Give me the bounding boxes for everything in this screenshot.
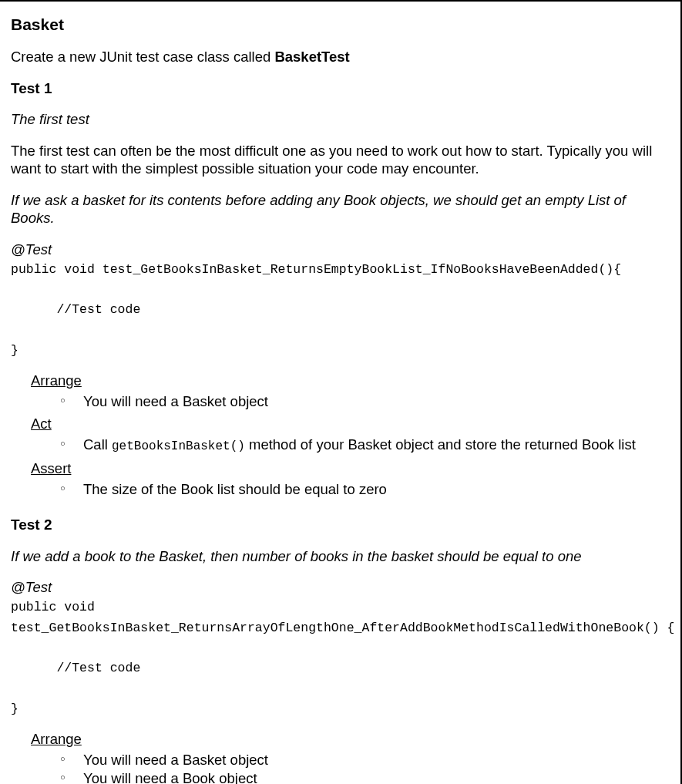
list-item: Call getBooksInBasket() method of your B… bbox=[60, 436, 671, 456]
test2-heading: Test 2 bbox=[11, 516, 671, 533]
test2-arrange-list: You will need a Basket object You will n… bbox=[60, 751, 671, 785]
test1-heading: Test 1 bbox=[11, 80, 671, 97]
page-title: Basket bbox=[11, 15, 671, 34]
intro-paragraph: Create a new JUnit test case class calle… bbox=[11, 48, 671, 66]
list-item: You will need a Basket object bbox=[60, 392, 671, 412]
test1-arrange-label: Arrange bbox=[31, 372, 671, 389]
test1-body: The first test can often be the most dif… bbox=[11, 142, 671, 177]
test1-act-label: Act bbox=[31, 416, 671, 432]
text: method of your Basket object and store t… bbox=[245, 436, 636, 453]
test2-code: public void test_GetBooksInBasket_Return… bbox=[11, 597, 671, 719]
test1-annotation: @Test bbox=[11, 241, 671, 258]
test1-arrange-list: You will need a Basket object bbox=[60, 392, 671, 412]
list-item: The size of the Book list should be equa… bbox=[60, 480, 671, 500]
text: Call bbox=[83, 436, 112, 453]
test2-aaa: Arrange You will need a Basket object Yo… bbox=[31, 731, 671, 785]
intro-classname: BasketTest bbox=[274, 49, 349, 65]
test1-aaa: Arrange You will need a Basket object Ac… bbox=[31, 372, 671, 500]
inline-code: getBooksInBasket() bbox=[112, 439, 245, 453]
test2-scenario: If we add a book to the Basket, then num… bbox=[11, 547, 671, 565]
list-item: You will need a Basket object bbox=[60, 751, 671, 770]
test1-scenario: If we ask a basket for its contents befo… bbox=[11, 191, 671, 227]
test1-code: public void test_GetBooksInBasket_Return… bbox=[11, 260, 671, 362]
list-item: You will need a Book object bbox=[60, 769, 671, 784]
test1-assert-list: The size of the Book list should be equa… bbox=[60, 480, 671, 500]
test1-act-list: Call getBooksInBasket() method of your B… bbox=[60, 436, 671, 456]
test1-subtitle: The first test bbox=[11, 111, 671, 128]
intro-prefix: Create a new JUnit test case class calle… bbox=[11, 49, 274, 65]
test2-annotation: @Test bbox=[11, 579, 671, 596]
document-page: Basket Create a new JUnit test case clas… bbox=[0, 0, 682, 784]
test2-arrange-label: Arrange bbox=[31, 731, 671, 748]
test1-assert-label: Assert bbox=[31, 460, 671, 477]
